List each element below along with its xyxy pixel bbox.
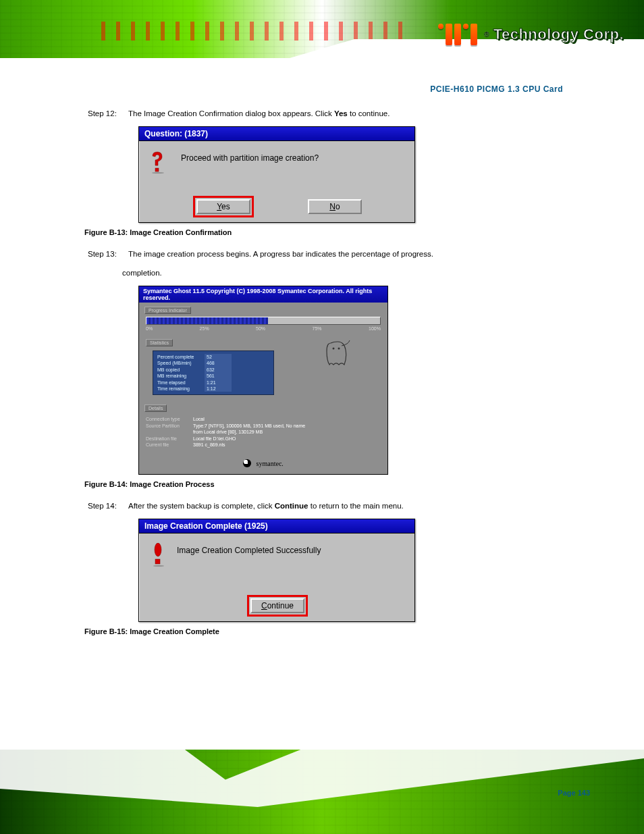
- svg-point-4: [155, 543, 161, 556]
- step-14-bold: Continue: [275, 502, 308, 510]
- stat-row: Time elapsed1:21: [157, 380, 269, 386]
- question-dialog-title: Question: (1837): [139, 127, 414, 141]
- stat-row: Time remaining1:12: [157, 386, 269, 392]
- stat-row: Speed (MB/min)468: [157, 360, 269, 366]
- svg-point-1: [152, 172, 164, 174]
- statistics-label: Statistics: [146, 339, 173, 346]
- complete-dialog-message: Image Creation Completed Successfully: [177, 546, 321, 555]
- svg-rect-0: [155, 168, 159, 172]
- tick-100: 100%: [369, 326, 381, 331]
- step-12-prefix: The Image Creation Confirmation dialog b…: [128, 109, 334, 118]
- ghost-mascot: [294, 335, 381, 370]
- progress-indicator-label: Progress Indicator: [144, 307, 191, 314]
- footer-swoosh: [0, 750, 644, 807]
- symantec-label: symantec.: [257, 460, 284, 467]
- continue-button-first: C: [261, 601, 267, 610]
- brand-block: ® Technology Corp.: [438, 24, 624, 45]
- step-13: Step 13: The image creation process begi…: [84, 249, 576, 260]
- figure-b14: Symantec Ghost 11.5 Copyright (C) 1998-2…: [138, 286, 576, 475]
- progress-ticks: 0% 25% 50% 75% 100%: [146, 326, 381, 331]
- step-14: Step 14: After the system backup is comp…: [84, 500, 576, 512]
- svg-rect-5: [155, 559, 160, 564]
- registered-mark: ®: [484, 31, 489, 38]
- exclamation-icon: [151, 543, 165, 567]
- question-dialog-message: Proceed with partition image creation?: [181, 153, 319, 163]
- stat-row: MB remaining561: [157, 373, 269, 379]
- product-title: PCIE-H610 PICMG 1.3 CPU Card: [430, 84, 563, 94]
- figure-b15-caption: Figure B-15: Image Creation Complete: [84, 627, 576, 635]
- figure-b13-caption: Figure B-13: Image Creation Confirmation: [84, 228, 576, 236]
- question-dialog: Question: (1837) Proceed with partition …: [138, 126, 415, 223]
- detail-row: Current file3891 c_869.nls: [146, 442, 381, 448]
- stat-row: MB copied632: [157, 367, 269, 373]
- header-decorative-dots: [101, 22, 408, 41]
- detail-row: Source PartitionType:7 [NTFS], 100006 MB…: [146, 423, 381, 429]
- figure-b13: Question: (1837) Proceed with partition …: [138, 126, 576, 223]
- complete-dialog-title: Image Creation Complete (1925): [139, 519, 414, 533]
- page-footer-band: [0, 750, 644, 834]
- step-14-label: Step 14:: [84, 500, 122, 512]
- no-button-label-first: N: [329, 202, 336, 211]
- stat-row: Percent complete52: [157, 354, 269, 360]
- svg-point-3: [338, 347, 340, 349]
- step-12-suffix: to continue.: [350, 109, 390, 118]
- continue-button-rest: ontinue: [267, 601, 294, 610]
- figure-b14-caption: Figure B-14: Image Creation Process: [84, 480, 576, 488]
- no-button[interactable]: No: [308, 199, 362, 214]
- step-13-label: Step 13:: [84, 249, 122, 260]
- no-button-label-rest: o: [336, 202, 340, 211]
- tick-50: 50%: [256, 326, 265, 331]
- question-dialog-body: Proceed with partition image creation? Y…: [139, 141, 414, 222]
- detail-row: from Local drive [80], 130129 MB: [146, 429, 381, 435]
- step-12-label: Step 12:: [84, 108, 122, 120]
- step-14-suffix: to return to the main menu.: [311, 502, 404, 510]
- complete-dialog: Image Creation Complete (1925) Image Cre…: [138, 519, 415, 622]
- page-content: Step 12: The Image Creation Confirmation…: [84, 108, 576, 648]
- brand-name: Technology Corp.: [493, 26, 624, 43]
- step-14-prefix: After the system backup is complete, cli…: [128, 502, 275, 510]
- tick-75: 75%: [313, 326, 322, 331]
- symantec-yin-yang-icon: [243, 459, 251, 467]
- iei-logo-icon: [438, 24, 480, 45]
- step-13-text: The image creation process begins. A pro…: [128, 249, 576, 260]
- progress-bar: [146, 317, 381, 325]
- step-12: Step 12: The Image Creation Confirmation…: [84, 108, 576, 120]
- progress-bar-fill: [146, 317, 268, 324]
- details-panel: Connection typeLocalSource PartitionType…: [146, 416, 381, 448]
- ghost-window-title: Symantec Ghost 11.5 Copyright (C) 1998-2…: [139, 286, 387, 303]
- step-13-cont: completion.: [84, 267, 576, 279]
- yes-button[interactable]: Yes: [196, 199, 250, 214]
- details-label: Details: [144, 405, 167, 412]
- step-12-bold: Yes: [334, 109, 348, 118]
- tick-25: 25%: [200, 326, 209, 331]
- step-14-text: After the system backup is complete, cli…: [128, 500, 576, 512]
- continue-button[interactable]: Continue: [250, 598, 304, 613]
- yes-button-label-rest: es: [221, 202, 230, 211]
- symantec-footer: symantec.: [139, 454, 387, 474]
- detail-row: Connection typeLocal: [146, 416, 381, 422]
- svg-point-6: [153, 565, 164, 567]
- ghost-icon: [321, 338, 354, 370]
- complete-dialog-body: Image Creation Completed Successfully Co…: [139, 533, 414, 621]
- page-number: Page 143: [558, 789, 590, 797]
- ghost-progress-window: Symantec Ghost 11.5 Copyright (C) 1998-2…: [138, 286, 388, 475]
- step-12-text: The Image Creation Confirmation dialog b…: [128, 108, 576, 120]
- header-swoosh: [0, 39, 644, 81]
- tick-0: 0%: [146, 326, 153, 331]
- figure-b15: Image Creation Complete (1925) Image Cre…: [138, 519, 576, 622]
- svg-point-2: [333, 347, 335, 349]
- detail-row: Destination fileLocal file D:\iei.GHO: [146, 436, 381, 442]
- question-mark-icon: [149, 151, 166, 174]
- statistics-panel: Percent complete52Speed (MB/min)468MB co…: [153, 350, 274, 396]
